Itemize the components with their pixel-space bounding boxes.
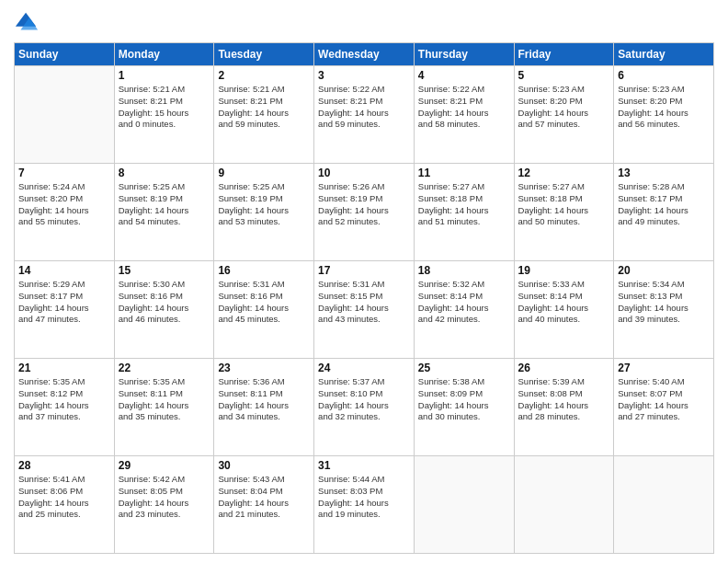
calendar-cell: 30Sunrise: 5:43 AMSunset: 8:04 PMDayligh… (214, 456, 314, 554)
cell-info: Sunrise: 5:35 AMSunset: 8:12 PMDaylight:… (18, 376, 110, 423)
calendar-cell: 28Sunrise: 5:41 AMSunset: 8:06 PMDayligh… (15, 456, 115, 554)
day-number: 6 (618, 69, 710, 82)
day-number: 8 (119, 167, 210, 179)
cell-info: Sunrise: 5:25 AMSunset: 8:19 PMDaylight:… (218, 181, 310, 228)
calendar-cell: 2Sunrise: 5:21 AMSunset: 8:21 PMDaylight… (214, 66, 314, 164)
day-number: 4 (418, 69, 510, 82)
calendar-cell: 17Sunrise: 5:31 AMSunset: 8:15 PMDayligh… (314, 261, 415, 359)
calendar-cell: 22Sunrise: 5:35 AMSunset: 8:11 PMDayligh… (114, 359, 214, 456)
cell-info: Sunrise: 5:27 AMSunset: 8:18 PMDaylight:… (418, 181, 510, 228)
cell-info: Sunrise: 5:27 AMSunset: 8:18 PMDaylight:… (518, 181, 610, 228)
calendar-cell (514, 456, 614, 554)
cell-info: Sunrise: 5:37 AMSunset: 8:10 PMDaylight:… (318, 376, 410, 423)
day-number: 24 (318, 362, 410, 374)
calendar-cell: 10Sunrise: 5:26 AMSunset: 8:19 PMDayligh… (314, 164, 415, 261)
day-number: 10 (318, 167, 410, 179)
calendar-cell: 31Sunrise: 5:44 AMSunset: 8:03 PMDayligh… (314, 456, 415, 554)
day-number: 23 (218, 362, 310, 374)
cell-info: Sunrise: 5:41 AMSunset: 8:06 PMDaylight:… (18, 474, 110, 521)
logo (14, 9, 43, 35)
day-number: 22 (119, 362, 210, 374)
day-number: 5 (518, 69, 610, 82)
page: SundayMondayTuesdayWednesdayThursdayFrid… (0, 0, 728, 563)
day-number: 2 (218, 69, 310, 82)
week-row-4: 21Sunrise: 5:35 AMSunset: 8:12 PMDayligh… (15, 359, 714, 456)
day-number: 11 (418, 167, 510, 179)
calendar-cell: 25Sunrise: 5:38 AMSunset: 8:09 PMDayligh… (414, 359, 514, 456)
day-header-thursday: Thursday (414, 43, 514, 66)
calendar-cell: 9Sunrise: 5:25 AMSunset: 8:19 PMDaylight… (214, 164, 314, 261)
cell-info: Sunrise: 5:23 AMSunset: 8:20 PMDaylight:… (618, 84, 710, 131)
calendar-cell: 19Sunrise: 5:33 AMSunset: 8:14 PMDayligh… (514, 261, 614, 359)
day-header-tuesday: Tuesday (214, 43, 314, 66)
day-number: 14 (18, 264, 110, 277)
logo-icon (14, 9, 40, 35)
cell-info: Sunrise: 5:44 AMSunset: 8:03 PMDaylight:… (318, 474, 410, 521)
calendar-cell: 23Sunrise: 5:36 AMSunset: 8:11 PMDayligh… (214, 359, 314, 456)
day-number: 3 (318, 69, 410, 82)
calendar-cell: 29Sunrise: 5:42 AMSunset: 8:05 PMDayligh… (114, 456, 214, 554)
cell-info: Sunrise: 5:22 AMSunset: 8:21 PMDaylight:… (318, 84, 410, 131)
cell-info: Sunrise: 5:21 AMSunset: 8:21 PMDaylight:… (119, 84, 210, 131)
cell-info: Sunrise: 5:31 AMSunset: 8:15 PMDaylight:… (318, 279, 410, 326)
calendar-cell: 4Sunrise: 5:22 AMSunset: 8:21 PMDaylight… (414, 66, 514, 164)
day-number: 9 (218, 167, 310, 179)
calendar-cell: 16Sunrise: 5:31 AMSunset: 8:16 PMDayligh… (214, 261, 314, 359)
day-number: 30 (218, 459, 310, 472)
calendar-cell: 15Sunrise: 5:30 AMSunset: 8:16 PMDayligh… (114, 261, 214, 359)
calendar-cell: 3Sunrise: 5:22 AMSunset: 8:21 PMDaylight… (314, 66, 415, 164)
cell-info: Sunrise: 5:36 AMSunset: 8:11 PMDaylight:… (218, 376, 310, 423)
cell-info: Sunrise: 5:42 AMSunset: 8:05 PMDaylight:… (119, 474, 210, 521)
calendar: SundayMondayTuesdayWednesdayThursdayFrid… (14, 42, 714, 554)
day-number: 16 (218, 264, 310, 277)
cell-info: Sunrise: 5:28 AMSunset: 8:17 PMDaylight:… (618, 181, 710, 228)
calendar-cell: 5Sunrise: 5:23 AMSunset: 8:20 PMDaylight… (514, 66, 614, 164)
calendar-cell: 12Sunrise: 5:27 AMSunset: 8:18 PMDayligh… (514, 164, 614, 261)
calendar-cell: 7Sunrise: 5:24 AMSunset: 8:20 PMDaylight… (15, 164, 115, 261)
day-number: 13 (618, 167, 710, 179)
day-number: 12 (518, 167, 610, 179)
day-number: 1 (119, 69, 210, 82)
day-number: 31 (318, 459, 410, 472)
cell-info: Sunrise: 5:26 AMSunset: 8:19 PMDaylight:… (318, 181, 410, 228)
calendar-cell: 20Sunrise: 5:34 AMSunset: 8:13 PMDayligh… (614, 261, 714, 359)
day-number: 7 (18, 167, 110, 179)
calendar-cell: 11Sunrise: 5:27 AMSunset: 8:18 PMDayligh… (414, 164, 514, 261)
cell-info: Sunrise: 5:24 AMSunset: 8:20 PMDaylight:… (18, 181, 110, 228)
calendar-cell: 18Sunrise: 5:32 AMSunset: 8:14 PMDayligh… (414, 261, 514, 359)
cell-info: Sunrise: 5:43 AMSunset: 8:04 PMDaylight:… (218, 474, 310, 521)
day-header-saturday: Saturday (614, 43, 714, 66)
week-row-3: 14Sunrise: 5:29 AMSunset: 8:17 PMDayligh… (15, 261, 714, 359)
calendar-cell: 6Sunrise: 5:23 AMSunset: 8:20 PMDaylight… (614, 66, 714, 164)
header (14, 9, 714, 35)
cell-info: Sunrise: 5:22 AMSunset: 8:21 PMDaylight:… (418, 84, 510, 131)
cell-info: Sunrise: 5:21 AMSunset: 8:21 PMDaylight:… (218, 84, 310, 131)
day-header-wednesday: Wednesday (314, 43, 415, 66)
day-number: 21 (18, 362, 110, 374)
cell-info: Sunrise: 5:38 AMSunset: 8:09 PMDaylight:… (418, 376, 510, 423)
calendar-cell: 1Sunrise: 5:21 AMSunset: 8:21 PMDaylight… (114, 66, 214, 164)
cell-info: Sunrise: 5:29 AMSunset: 8:17 PMDaylight:… (18, 279, 110, 326)
day-number: 18 (418, 264, 510, 277)
day-number: 17 (318, 264, 410, 277)
cell-info: Sunrise: 5:40 AMSunset: 8:07 PMDaylight:… (618, 376, 710, 423)
cell-info: Sunrise: 5:35 AMSunset: 8:11 PMDaylight:… (119, 376, 210, 423)
cell-info: Sunrise: 5:39 AMSunset: 8:08 PMDaylight:… (518, 376, 610, 423)
calendar-cell (15, 66, 115, 164)
calendar-header-row: SundayMondayTuesdayWednesdayThursdayFrid… (15, 43, 714, 66)
day-number: 15 (119, 264, 210, 277)
calendar-cell: 27Sunrise: 5:40 AMSunset: 8:07 PMDayligh… (614, 359, 714, 456)
cell-info: Sunrise: 5:33 AMSunset: 8:14 PMDaylight:… (518, 279, 610, 326)
day-number: 25 (418, 362, 510, 374)
calendar-cell: 21Sunrise: 5:35 AMSunset: 8:12 PMDayligh… (15, 359, 115, 456)
calendar-cell: 26Sunrise: 5:39 AMSunset: 8:08 PMDayligh… (514, 359, 614, 456)
calendar-cell: 14Sunrise: 5:29 AMSunset: 8:17 PMDayligh… (15, 261, 115, 359)
cell-info: Sunrise: 5:25 AMSunset: 8:19 PMDaylight:… (119, 181, 210, 228)
week-row-5: 28Sunrise: 5:41 AMSunset: 8:06 PMDayligh… (15, 456, 714, 554)
week-row-2: 7Sunrise: 5:24 AMSunset: 8:20 PMDaylight… (15, 164, 714, 261)
cell-info: Sunrise: 5:31 AMSunset: 8:16 PMDaylight:… (218, 279, 310, 326)
day-number: 28 (18, 459, 110, 472)
day-number: 29 (119, 459, 210, 472)
day-header-sunday: Sunday (15, 43, 115, 66)
day-number: 19 (518, 264, 610, 277)
